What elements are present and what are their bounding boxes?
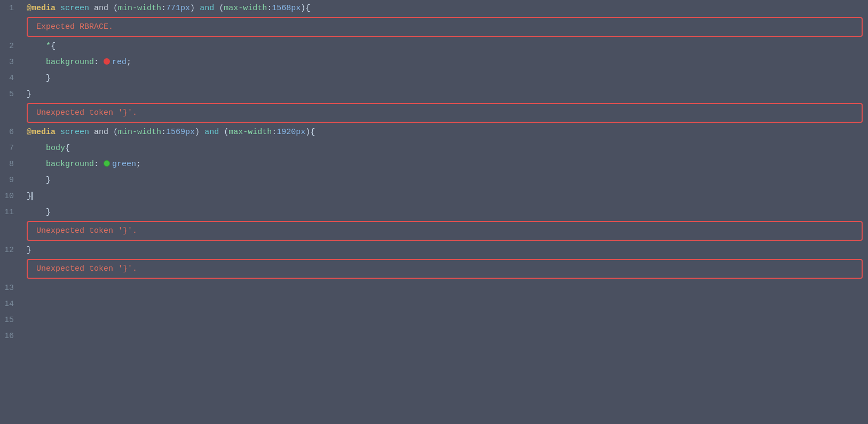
line-content-6: @media screen and (min-width:1569px) and… xyxy=(21,127,868,138)
line-number-15: 15 xyxy=(0,316,21,325)
line-content-9: } xyxy=(21,175,868,186)
line-number-2: 2 xyxy=(0,42,21,51)
code-line-14: 14 xyxy=(0,296,868,312)
line-content-11: } xyxy=(21,207,868,218)
line-content-1: @media screen and (min-width:771px) and … xyxy=(21,3,868,14)
line-number-3: 3 xyxy=(0,58,21,67)
error-block-4: Unexpected token '}'. xyxy=(27,259,863,279)
code-line-8: 8 background: green; xyxy=(0,156,868,172)
code-line-15: 15 xyxy=(0,312,868,328)
line-content-16 xyxy=(21,335,868,337)
code-line-3: 3 background: red; xyxy=(0,54,868,70)
line-number-4: 4 xyxy=(0,74,21,83)
error-text-2: Unexpected token '}'. xyxy=(36,108,137,117)
code-line-13: 13 xyxy=(0,280,868,296)
code-editor[interactable]: 1 @media screen and (min-width:771px) an… xyxy=(0,0,868,344)
line-number-16: 16 xyxy=(0,332,21,341)
line-number-8: 8 xyxy=(0,160,21,169)
code-line-1: 1 @media screen and (min-width:771px) an… xyxy=(0,0,868,16)
error-block-2: Unexpected token '}'. xyxy=(27,103,863,123)
error-text-4: Unexpected token '}'. xyxy=(36,264,137,273)
line-number-5: 5 xyxy=(0,90,21,99)
line-number-9: 9 xyxy=(0,176,21,185)
line-number-6: 6 xyxy=(0,128,21,137)
line-content-13 xyxy=(21,287,868,289)
line-number-10: 10 xyxy=(0,192,21,201)
line-content-15 xyxy=(21,319,868,321)
line-content-4: } xyxy=(21,73,868,84)
code-line-4: 4 } xyxy=(0,70,868,86)
line-content-8: background: green; xyxy=(21,159,868,170)
line-content-14 xyxy=(21,303,868,305)
error-block-3: Unexpected token '}'. xyxy=(27,221,863,241)
line-content-7: body{ xyxy=(21,143,868,154)
code-line-9: 9 } xyxy=(0,172,868,188)
line-content-12: } xyxy=(21,245,868,256)
line-content-2: *{ xyxy=(21,41,868,52)
line-number-7: 7 xyxy=(0,144,21,153)
code-line-11: 11 } xyxy=(0,204,868,220)
code-line-10: 10 } xyxy=(0,188,868,204)
code-line-12: 12 } xyxy=(0,242,868,258)
error-text-3: Unexpected token '}'. xyxy=(36,226,137,235)
error-block-1: Expected RBRACE. xyxy=(27,17,863,37)
code-line-7: 7 body{ xyxy=(0,140,868,156)
code-line-2: 2 *{ xyxy=(0,38,868,54)
line-number-13: 13 xyxy=(0,284,21,293)
line-content-10: } xyxy=(21,191,868,202)
code-line-6: 6 @media screen and (min-width:1569px) a… xyxy=(0,124,868,140)
code-line-16: 16 xyxy=(0,328,868,344)
error-text-1: Expected RBRACE. xyxy=(36,22,113,32)
line-number-12: 12 xyxy=(0,246,21,255)
line-content-3: background: red; xyxy=(21,57,868,68)
line-content-5: } xyxy=(21,89,868,100)
code-line-5: 5 } xyxy=(0,86,868,102)
line-number-1: 1 xyxy=(0,4,21,13)
line-number-14: 14 xyxy=(0,300,21,309)
line-number-11: 11 xyxy=(0,208,21,217)
